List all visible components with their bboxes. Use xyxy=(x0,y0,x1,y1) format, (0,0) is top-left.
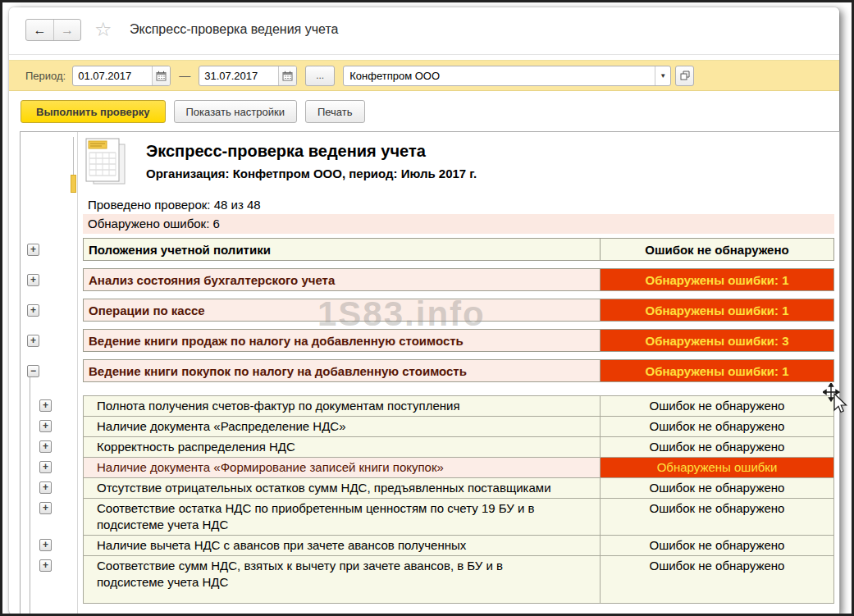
report-area: Экспресс-проверка ведения учета Организа… xyxy=(20,131,840,614)
show-settings-button[interactable]: Показать настройки xyxy=(174,100,297,123)
collapse-icon[interactable]: − xyxy=(27,365,39,377)
period-dash: — xyxy=(179,69,190,82)
section-status: Ошибок не обнаружено xyxy=(601,239,833,260)
expand-icon[interactable]: + xyxy=(27,244,39,256)
section-status: Обнаружены ошибки: 1 xyxy=(601,360,833,381)
period-bar: Период: 01.07.2017 — 31.07.2017 ... Конф… xyxy=(9,60,839,91)
favorite-star-icon[interactable]: ☆ xyxy=(94,18,112,41)
tree-guide-line xyxy=(30,376,30,614)
forward-button[interactable]: → xyxy=(53,20,80,40)
forward-icon: → xyxy=(61,23,74,38)
check-row: + Корректность распределения НДС Ошибок … xyxy=(83,437,834,458)
report-title: Экспресс-проверка ведения учета xyxy=(146,142,426,161)
subtable: + Полнота получения счетов-фактур по док… xyxy=(83,395,834,604)
section-row: + Операции по кассе Обнаружены ошибки: 1 xyxy=(83,299,834,322)
check-label: Полнота получения счетов-фактур по докум… xyxy=(84,396,601,416)
section-status: Обнаружены ошибки: 1 xyxy=(601,299,833,321)
section-label: Ведение книги покупок по налогу на добав… xyxy=(84,360,601,381)
section-label: Анализ состояния бухгалтерского учета xyxy=(84,269,601,290)
expand-icon[interactable]: + xyxy=(39,559,52,572)
app-window: ← → ☆ Экспресс-проверка ведения учета Пе… xyxy=(9,7,839,615)
check-status: Ошибок не обнаружено xyxy=(601,437,833,457)
section-status: Обнаружены ошибки: 1 xyxy=(601,269,833,290)
check-label: Соответствие остатка НДС по приобретенны… xyxy=(84,499,601,535)
check-status: Ошибок не обнаружено xyxy=(601,478,833,498)
expand-icon[interactable]: + xyxy=(39,539,52,551)
open-organization-button[interactable] xyxy=(675,66,694,86)
check-status: Ошибок не обнаружено xyxy=(601,499,833,535)
window-title: Экспресс-проверка ведения учета xyxy=(130,22,338,37)
section-row: + Анализ состояния бухгалтерского учета … xyxy=(83,268,834,291)
check-row: + Отсутствие отрицательных остатков сумм… xyxy=(83,478,834,499)
expand-icon[interactable]: + xyxy=(27,274,39,286)
calendar-icon xyxy=(156,71,167,81)
check-label: Наличие вычета НДС с авансов при зачете … xyxy=(84,536,601,555)
check-label: Отсутствие отрицательных остатков сумм Н… xyxy=(84,478,601,498)
date-from-value[interactable]: 01.07.2017 xyxy=(73,70,152,82)
section-label: Операции по кассе xyxy=(84,299,601,321)
errors-found-row: Обнаружено ошибок: 6 xyxy=(83,214,834,234)
section-status: Обнаружены ошибки: 3 xyxy=(601,330,833,351)
check-row: + Наличие документа «Распределение НДС» … xyxy=(83,417,834,437)
report-table: + Положения учетной политики Ошибок не о… xyxy=(83,238,834,604)
organization-value[interactable]: Конфетпром ООО xyxy=(344,70,655,82)
expand-icon[interactable]: + xyxy=(39,502,52,514)
screenshot-frame: ← → ☆ Экспресс-проверка ведения учета Пе… xyxy=(0,0,854,616)
back-button[interactable]: ← xyxy=(26,20,53,40)
period-more-button[interactable]: ... xyxy=(305,66,335,86)
expand-icon[interactable]: + xyxy=(39,461,52,473)
calendar-icon xyxy=(282,71,293,81)
group-marker-line xyxy=(73,137,74,175)
check-row: + Наличие вычета НДС с авансов при зачет… xyxy=(83,536,834,556)
period-label: Период: xyxy=(25,70,66,82)
calendar-button[interactable] xyxy=(278,66,296,85)
action-toolbar: Выполнить проверку Показать настройки Пе… xyxy=(9,91,839,132)
check-status: Ошибок не обнаружено xyxy=(601,396,833,416)
check-row: + Соответствие сумм НДС, взятых к вычету… xyxy=(83,556,834,604)
report-subtitle: Организация: Конфетпром ООО, период: Июл… xyxy=(146,167,477,180)
section-row: − Ведение книги покупок по налогу на доб… xyxy=(83,359,834,382)
expand-icon[interactable]: + xyxy=(39,440,52,453)
check-status: Ошибок не обнаружено xyxy=(601,417,833,436)
title-bar: ← → ☆ Экспресс-проверка ведения учета xyxy=(9,7,839,55)
date-from-field[interactable]: 01.07.2017 xyxy=(72,66,171,86)
check-status: Обнаружены ошибки xyxy=(601,458,833,477)
run-check-button[interactable]: Выполнить проверку xyxy=(21,100,166,123)
gutter-separator xyxy=(77,132,78,614)
section-label: Положения учетной политики xyxy=(84,239,601,260)
organization-combobox[interactable]: Конфетпром ООО ▼ xyxy=(343,66,671,86)
check-status: Ошибок не обнаружено xyxy=(601,536,833,555)
section-row: + Положения учетной политики Ошибок не о… xyxy=(83,238,834,261)
check-label: Наличие документа «Формирование записей … xyxy=(84,458,601,477)
check-label: Соответствие сумм НДС, взятых к вычету п… xyxy=(84,556,601,603)
check-label: Корректность распределения НДС xyxy=(84,437,601,457)
expand-icon[interactable]: + xyxy=(39,420,52,432)
calendar-button[interactable] xyxy=(152,66,170,85)
date-to-value[interactable]: 31.07.2017 xyxy=(199,70,278,82)
section-label: Ведение книги продаж по налогу на добавл… xyxy=(84,330,601,351)
group-marker[interactable] xyxy=(71,175,76,193)
dropdown-arrow-icon[interactable]: ▼ xyxy=(655,66,670,85)
check-row: + Полнота получения счетов-фактур по док… xyxy=(83,395,834,417)
print-button[interactable]: Печать xyxy=(305,100,365,123)
mouse-cursor-icon xyxy=(823,383,852,416)
expand-icon[interactable]: + xyxy=(39,399,52,412)
check-row: + Наличие документа «Формирование записе… xyxy=(83,458,834,478)
check-row: + Соответствие остатка НДС по приобретен… xyxy=(83,499,834,536)
section-row: + Ведение книги продаж по налогу на доба… xyxy=(83,329,834,352)
expand-icon[interactable]: + xyxy=(27,335,39,347)
check-label: Наличие документа «Распределение НДС» xyxy=(84,417,601,436)
back-icon: ← xyxy=(34,23,47,38)
checks-done-row: Проведено проверок: 48 из 48 xyxy=(83,195,834,214)
nav-button-group: ← → xyxy=(25,19,81,41)
sections-group: + Положения учетной политики Ошибок не о… xyxy=(83,238,834,382)
check-status: Ошибок не обнаружено xyxy=(601,556,833,603)
date-to-field[interactable]: 31.07.2017 xyxy=(199,66,297,86)
open-icon xyxy=(680,71,690,80)
expand-icon[interactable]: + xyxy=(39,481,52,494)
document-icon xyxy=(83,137,130,191)
expand-icon[interactable]: + xyxy=(27,304,39,317)
